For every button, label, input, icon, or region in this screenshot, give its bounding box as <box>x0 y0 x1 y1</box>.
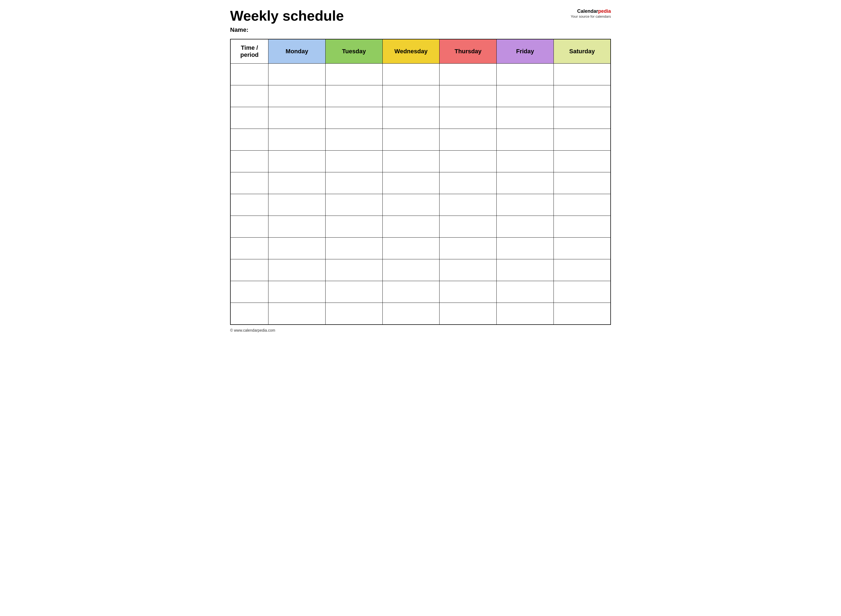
schedule-cell[interactable] <box>497 260 554 281</box>
schedule-cell[interactable] <box>325 216 382 238</box>
schedule-cell[interactable] <box>440 303 497 324</box>
schedule-cell[interactable] <box>553 260 611 281</box>
schedule-cell[interactable] <box>497 281 554 303</box>
schedule-cell[interactable] <box>269 281 326 303</box>
schedule-cell[interactable] <box>497 216 554 238</box>
schedule-cell[interactable] <box>382 238 440 260</box>
schedule-cell[interactable] <box>325 260 382 281</box>
brand-tagline: Your source for calendars <box>556 15 611 19</box>
time-cell[interactable] <box>230 107 269 129</box>
time-cell[interactable] <box>230 85 269 107</box>
schedule-cell[interactable] <box>382 129 440 151</box>
schedule-cell[interactable] <box>553 303 611 324</box>
schedule-cell[interactable] <box>269 151 326 172</box>
schedule-cell[interactable] <box>497 303 554 324</box>
header-time: Time / period <box>230 39 269 64</box>
schedule-cell[interactable] <box>269 238 326 260</box>
schedule-cell[interactable] <box>497 238 554 260</box>
schedule-cell[interactable] <box>325 107 382 129</box>
schedule-cell[interactable] <box>440 129 497 151</box>
time-cell[interactable] <box>230 64 269 85</box>
schedule-cell[interactable] <box>440 260 497 281</box>
schedule-cell[interactable] <box>325 194 382 216</box>
schedule-cell[interactable] <box>269 194 326 216</box>
schedule-cell[interactable] <box>497 85 554 107</box>
schedule-cell[interactable] <box>553 85 611 107</box>
brand-logo: Calendarpedia <box>556 8 611 15</box>
schedule-cell[interactable] <box>553 238 611 260</box>
time-cell[interactable] <box>230 281 269 303</box>
schedule-cell[interactable] <box>269 107 326 129</box>
table-row <box>230 303 611 324</box>
schedule-cell[interactable] <box>440 216 497 238</box>
schedule-cell[interactable] <box>325 172 382 194</box>
schedule-cell[interactable] <box>553 194 611 216</box>
schedule-cell[interactable] <box>382 216 440 238</box>
schedule-tbody <box>230 64 611 324</box>
time-cell[interactable] <box>230 260 269 281</box>
schedule-cell[interactable] <box>382 151 440 172</box>
schedule-cell[interactable] <box>325 151 382 172</box>
time-cell[interactable] <box>230 172 269 194</box>
title-area: Weekly schedule <box>230 8 556 23</box>
schedule-cell[interactable] <box>382 64 440 85</box>
brand-pedia-text: pedia <box>598 9 611 14</box>
page-title: Weekly schedule <box>230 8 556 23</box>
table-row <box>230 194 611 216</box>
time-cell[interactable] <box>230 238 269 260</box>
schedule-cell[interactable] <box>553 129 611 151</box>
schedule-cell[interactable] <box>497 64 554 85</box>
schedule-cell[interactable] <box>440 238 497 260</box>
schedule-cell[interactable] <box>382 85 440 107</box>
time-cell[interactable] <box>230 129 269 151</box>
schedule-cell[interactable] <box>440 64 497 85</box>
schedule-cell[interactable] <box>325 238 382 260</box>
schedule-cell[interactable] <box>382 303 440 324</box>
schedule-cell[interactable] <box>269 129 326 151</box>
schedule-cell[interactable] <box>269 303 326 324</box>
schedule-cell[interactable] <box>553 281 611 303</box>
schedule-cell[interactable] <box>269 172 326 194</box>
schedule-cell[interactable] <box>440 107 497 129</box>
schedule-cell[interactable] <box>553 151 611 172</box>
table-row <box>230 85 611 107</box>
schedule-cell[interactable] <box>382 194 440 216</box>
header-friday: Friday <box>497 39 554 64</box>
header-thursday: Thursday <box>440 39 497 64</box>
schedule-cell[interactable] <box>269 216 326 238</box>
schedule-cell[interactable] <box>553 107 611 129</box>
schedule-cell[interactable] <box>325 64 382 85</box>
schedule-cell[interactable] <box>325 85 382 107</box>
schedule-cell[interactable] <box>497 172 554 194</box>
schedule-cell[interactable] <box>440 281 497 303</box>
name-label: Name: <box>230 26 248 33</box>
schedule-cell[interactable] <box>553 172 611 194</box>
time-cell[interactable] <box>230 216 269 238</box>
time-cell[interactable] <box>230 303 269 324</box>
schedule-cell[interactable] <box>382 281 440 303</box>
schedule-cell[interactable] <box>325 281 382 303</box>
time-cell[interactable] <box>230 151 269 172</box>
schedule-cell[interactable] <box>497 129 554 151</box>
table-row <box>230 172 611 194</box>
schedule-cell[interactable] <box>440 151 497 172</box>
schedule-cell[interactable] <box>553 216 611 238</box>
schedule-cell[interactable] <box>440 85 497 107</box>
schedule-cell[interactable] <box>497 151 554 172</box>
schedule-cell[interactable] <box>269 260 326 281</box>
schedule-cell[interactable] <box>497 194 554 216</box>
page-container: Weekly schedule Calendarpedia Your sourc… <box>230 8 611 333</box>
schedule-cell[interactable] <box>325 129 382 151</box>
schedule-cell[interactable] <box>440 194 497 216</box>
schedule-cell[interactable] <box>382 107 440 129</box>
schedule-cell[interactable] <box>440 172 497 194</box>
time-cell[interactable] <box>230 194 269 216</box>
schedule-cell[interactable] <box>382 260 440 281</box>
schedule-cell[interactable] <box>269 85 326 107</box>
schedule-cell[interactable] <box>553 64 611 85</box>
schedule-cell[interactable] <box>497 107 554 129</box>
schedule-cell[interactable] <box>269 64 326 85</box>
header-monday: Monday <box>269 39 326 64</box>
schedule-cell[interactable] <box>382 172 440 194</box>
schedule-cell[interactable] <box>325 303 382 324</box>
